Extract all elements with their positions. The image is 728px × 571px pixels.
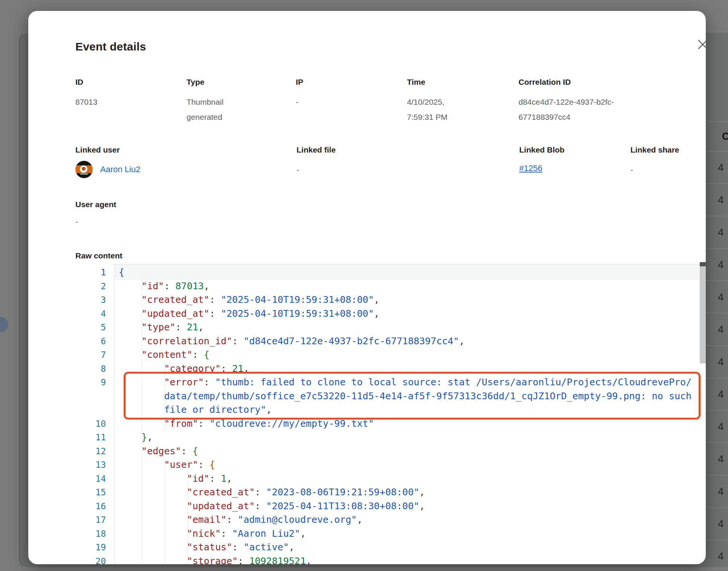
line-number: 12 (75, 444, 114, 458)
code-line-16: 16 "updated_at": "2025-04-11T13:08:30+08… (75, 499, 695, 513)
raw-content-editor[interactable]: 1{2 "id": 87013,3 "created_at": "2025-04… (75, 266, 695, 564)
field-value: - (296, 95, 407, 110)
field-value: Thumbnail generated (187, 95, 296, 125)
field-label: Type (187, 77, 296, 87)
background-table-row: 4 (706, 249, 728, 281)
code-line-10: 10 "from": "cloudreve://my/empty-99.txt" (75, 417, 695, 431)
field-label: Linked user (75, 145, 297, 155)
background-toolbar-area (706, 32, 728, 121)
code-content: "edges": { (114, 444, 695, 458)
background-table-row: 4 (706, 313, 728, 346)
code-line-1: 1{ (75, 266, 695, 279)
field-label: Linked Blob (519, 145, 630, 155)
field-value: - (630, 162, 683, 177)
line-number: 18 (75, 527, 114, 541)
linked-user-link[interactable]: Aaron Liu2 (100, 162, 140, 177)
line-number: 11 (75, 431, 114, 444)
code-line-17: 17 "email": "admin@cloudreve.org", (75, 513, 695, 527)
code-line-19: 19 "status": "active", (75, 540, 695, 554)
field-type: Type Thumbnail generated (187, 77, 296, 125)
background-table-row: 4 (706, 411, 728, 443)
code-content: "from": "cloudreve://my/empty-99.txt" (114, 417, 695, 431)
line-number: 14 (75, 472, 114, 486)
dialog-title: Event details (75, 40, 146, 53)
field-linked-share: Linked share - (630, 145, 683, 178)
fields-row-1: ID 87013 Type Thumbnail generated IP - T… (75, 77, 683, 125)
raw-content-label: Raw content (75, 251, 122, 260)
fields-row-2: Linked user Aaron Liu2 Linked file - Lin… (75, 145, 683, 178)
code-content: "status": "active", (114, 540, 695, 554)
line-number: 4 (75, 307, 114, 321)
line-number: 15 (75, 486, 114, 499)
editor-scrollbar-thumb[interactable] (700, 266, 706, 363)
background-table-row: 4 (706, 540, 728, 571)
user-agent-label: User agent (75, 200, 116, 209)
field-value: 4/10/2025, 7:59:31 PM (407, 95, 518, 125)
background-table-row: 4 (706, 378, 728, 411)
background-table-row: 4 (706, 216, 728, 249)
event-details-dialog: Event details ID 87013 Type Thumbnail ge… (28, 11, 706, 564)
code-content: "category": 21, (114, 362, 695, 376)
close-button[interactable] (694, 36, 706, 53)
code-content: "created_at": "2025-04-10T19:59:31+08:00… (114, 293, 695, 307)
code-line-2: 2 "id": 87013, (75, 279, 695, 293)
code-content: "correlation_id": "d84ce4d7-122e-4937-b2… (114, 334, 695, 348)
code-content: "nick": "Aaron Liu2", (114, 527, 695, 541)
code-line-20: 20 "storage": 1092819521, (75, 554, 695, 565)
field-label: Time (407, 77, 518, 87)
background-table-row: 4 (706, 443, 728, 475)
field-correlation-id: Correlation ID d84ce4d7-122e-4937-b2fc- … (518, 77, 683, 125)
field-linked-user: Linked user Aaron Liu2 (75, 145, 297, 178)
code-content: "created_at": "2023-08-06T19:21:59+08:00… (114, 486, 695, 499)
avatar (75, 161, 93, 178)
field-value: 87013 (75, 95, 187, 110)
background-table-row: 4 (706, 346, 728, 378)
background-table-row: 4 (706, 508, 728, 540)
code-content: }, (114, 431, 695, 444)
line-number: 5 (75, 321, 114, 334)
code-line-7: 7 "content": { (75, 348, 695, 362)
code-content: "updated_at": "2025-04-11T13:08:30+08:00… (114, 499, 695, 513)
close-icon (697, 39, 706, 50)
field-label: Linked file (297, 145, 519, 155)
code-line-3: 3 "created_at": "2025-04-10T19:59:31+08:… (75, 293, 695, 307)
field-label: Correlation ID (518, 77, 683, 87)
field-id: ID 87013 (75, 77, 187, 125)
line-number: 10 (75, 417, 114, 431)
code-content: "email": "admin@cloudreve.org", (114, 513, 695, 527)
editor-top-border (114, 264, 706, 264)
code-line-9: 9 "error": "thumb: failed to clone to lo… (75, 376, 695, 417)
background-table-row: 4 (706, 184, 728, 216)
code-line-11: 11 }, (75, 431, 695, 444)
field-linked-blob: Linked Blob #1256 (519, 145, 630, 178)
linked-blob-link[interactable]: #1256 (519, 161, 542, 176)
background-table-row: 4 (706, 281, 728, 313)
code-line-8: 8 "category": 21, (75, 362, 695, 376)
background-table-rows: 4444444444444 (706, 151, 728, 571)
background-table-row: 4 (706, 475, 728, 508)
editor-scrollbar-cap (700, 262, 706, 266)
field-linked-file: Linked file - (297, 145, 519, 178)
line-number: 1 (75, 266, 114, 279)
background-floating-button (0, 317, 8, 332)
code-line-13: 13 "user": { (75, 458, 695, 472)
code-line-4: 4 "updated_at": "2025-04-10T19:59:31+08:… (75, 307, 695, 321)
line-number: 3 (75, 293, 114, 307)
field-label: ID (75, 77, 187, 87)
field-label: IP (296, 77, 407, 87)
line-number: 2 (75, 279, 114, 293)
line-number: 16 (75, 499, 114, 513)
line-number: 13 (75, 458, 114, 472)
code-line-18: 18 "nick": "Aaron Liu2", (75, 527, 695, 541)
code-content: "id": 1, (114, 472, 695, 486)
code-line-6: 6 "correlation_id": "d84ce4d7-122e-4937-… (75, 334, 695, 348)
field-value: d84ce4d7-122e-4937-b2fc- 677188397cc4 (518, 95, 683, 125)
field-time: Time 4/10/2025, 7:59:31 PM (407, 77, 518, 125)
code-content: "type": 21, (114, 321, 695, 334)
avatar-emblem (80, 165, 87, 173)
user-agent-value: - (75, 217, 78, 226)
line-number: 17 (75, 513, 114, 527)
line-number: 9 (75, 376, 114, 417)
screen: C 4444444444444 Event details ID 87013 T… (0, 0, 728, 571)
avatar-emblem-text (80, 174, 88, 174)
